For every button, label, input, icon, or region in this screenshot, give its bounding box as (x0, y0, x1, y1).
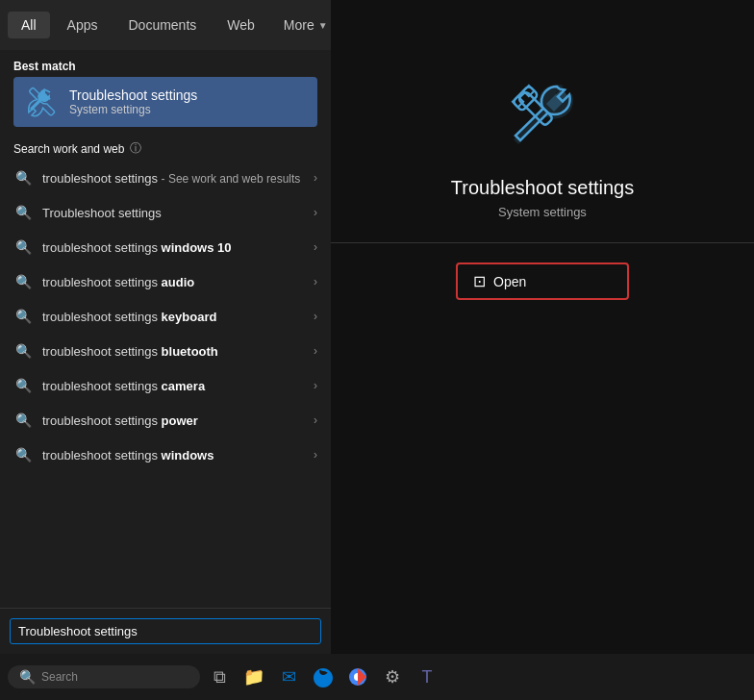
chevron-icon-1: › (314, 206, 317, 219)
taskbar-mail-icon[interactable]: ✉ (273, 662, 304, 692)
result-item-5[interactable]: 🔍 troubleshoot settings bluetooth › (0, 334, 331, 368)
search-icon-8: 🔍 (13, 445, 33, 464)
result-item-web[interactable]: 🔍 troubleshoot settings - See work and w… (0, 161, 331, 195)
best-match-section: Best match Troubleshoot settings System … (0, 50, 331, 131)
search-box-container (0, 608, 331, 654)
result-text-2: troubleshoot settings windows 10 (42, 240, 304, 255)
open-button-icon: ⊡ (473, 272, 486, 290)
search-icon-4: 🔍 (13, 307, 33, 326)
result-text-0: troubleshoot settings - See work and web… (42, 171, 304, 186)
search-icon-2: 🔍 (13, 238, 33, 257)
best-match-item[interactable]: Troubleshoot settings System settings (13, 77, 317, 127)
result-item-3[interactable]: 🔍 troubleshoot settings audio › (0, 264, 331, 299)
chevron-icon-4: › (314, 310, 317, 323)
taskbar-search-icon: 🔍 (19, 669, 36, 685)
result-item-1[interactable]: 🔍 Troubleshoot settings › (0, 195, 331, 230)
right-panel: Troubleshoot settings System settings ⊡ … (331, 0, 754, 654)
tab-apps[interactable]: Apps (54, 12, 112, 38)
taskbar-settings-icon[interactable]: ⚙ (377, 662, 408, 692)
tab-bar: All Apps Documents Web More ▼ 💬 ··· (0, 0, 331, 50)
taskbar-teams-icon[interactable]: T (412, 662, 442, 692)
tab-documents[interactable]: Documents (114, 12, 210, 38)
search-web-label: Search work and web (13, 142, 124, 156)
result-text-7: troubleshoot settings power (42, 413, 304, 428)
best-match-text: Troubleshoot settings System settings (69, 88, 197, 116)
start-menu: All Apps Documents Web More ▼ 💬 ··· Best… (0, 0, 331, 654)
chevron-icon-5: › (314, 344, 317, 358)
taskbar-chrome-icon[interactable] (342, 662, 373, 692)
result-item-8[interactable]: 🔍 troubleshoot settings windows › (0, 438, 331, 472)
wrench-icon (23, 85, 58, 119)
result-text-3: troubleshoot settings audio (42, 275, 304, 289)
tab-web[interactable]: Web (214, 12, 268, 38)
tab-more[interactable]: More ▼ (272, 12, 339, 38)
search-icon-1: 🔍 (13, 203, 33, 222)
search-icon-5: 🔍 (13, 341, 33, 361)
chevron-icon-3: › (314, 275, 317, 288)
chevron-icon-2: › (314, 240, 317, 254)
chevron-icon-8: › (314, 448, 317, 462)
search-icon-7: 🔍 (13, 411, 33, 430)
open-button[interactable]: ⊡ Open (456, 262, 629, 300)
result-text-5: troubleshoot settings bluetooth (42, 344, 304, 359)
search-input[interactable] (10, 618, 321, 644)
result-item-2[interactable]: 🔍 troubleshoot settings windows 10 › (0, 230, 331, 264)
chevron-icon-6: › (314, 379, 317, 392)
results-list: 🔍 troubleshoot settings - See work and w… (0, 161, 331, 654)
result-item-4[interactable]: 🔍 troubleshoot settings keyboard › (0, 299, 331, 334)
search-web-header: Search work and web ⓘ (0, 131, 331, 161)
result-text-8: troubleshoot settings windows (42, 448, 304, 462)
best-match-label: Best match (13, 60, 317, 73)
tab-all[interactable]: All (8, 12, 50, 38)
search-icon-6: 🔍 (13, 376, 33, 395)
taskbar-search-text: Search (41, 670, 78, 684)
result-text-6: troubleshoot settings camera (42, 379, 304, 393)
chevron-icon-7: › (314, 413, 317, 427)
taskbar-search[interactable]: 🔍 Search (8, 665, 200, 688)
search-icon-3: 🔍 (13, 272, 33, 291)
result-item-7[interactable]: 🔍 troubleshoot settings power › (0, 403, 331, 438)
right-panel-wrench-icon (504, 77, 581, 158)
right-panel-title: Troubleshoot settings (451, 177, 634, 199)
open-button-label: Open (493, 274, 526, 289)
right-panel-subtitle: System settings (498, 205, 587, 219)
result-text-4: troubleshoot settings keyboard (42, 310, 304, 324)
panel-divider (331, 242, 754, 243)
taskbar-folder-icon[interactable]: 📁 (239, 662, 269, 692)
taskbar: 🔍 Search ⧉ 📁 ✉ ⚙ T (0, 654, 754, 700)
more-arrow-icon: ▼ (318, 20, 328, 31)
best-match-subtitle: System settings (69, 103, 197, 116)
info-icon[interactable]: ⓘ (130, 140, 141, 157)
chevron-icon-0: › (314, 171, 317, 185)
taskbar-edge-icon[interactable] (308, 662, 339, 692)
search-icon-0: 🔍 (13, 168, 33, 188)
taskbar-task-view-icon[interactable]: ⧉ (204, 662, 235, 692)
result-item-6[interactable]: 🔍 troubleshoot settings camera › (0, 368, 331, 403)
result-text-1: Troubleshoot settings (42, 206, 304, 220)
best-match-title: Troubleshoot settings (69, 88, 197, 103)
